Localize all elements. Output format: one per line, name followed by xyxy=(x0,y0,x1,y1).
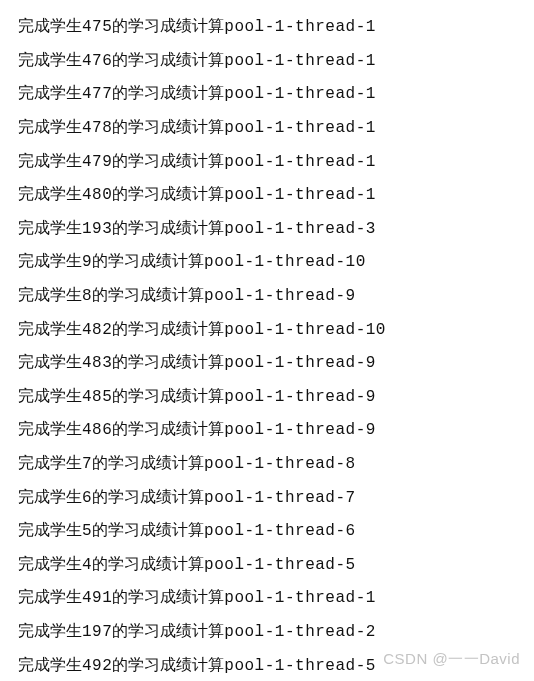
pool-prefix: pool-1-thread- xyxy=(204,253,345,271)
thread-id: 5 xyxy=(346,556,356,574)
log-line: 完成学生480的学习成绩计算pool-1-thread-1 xyxy=(18,178,516,212)
student-id: 483 xyxy=(82,354,112,372)
student-id: 478 xyxy=(82,119,112,137)
thread-id: 9 xyxy=(366,388,376,406)
log-middle: 的学习成绩计算 xyxy=(112,185,224,202)
thread-id: 7 xyxy=(346,489,356,507)
student-id: 480 xyxy=(82,186,112,204)
log-line: 完成学生477的学习成绩计算pool-1-thread-1 xyxy=(18,77,516,111)
log-middle: 的学习成绩计算 xyxy=(112,17,224,34)
student-id: 193 xyxy=(82,220,112,238)
log-prefix: 完成学生 xyxy=(18,118,82,135)
log-prefix: 完成学生 xyxy=(18,152,82,169)
student-id: 8 xyxy=(82,287,92,305)
pool-prefix: pool-1-thread- xyxy=(224,589,365,607)
log-line: 完成学生479的学习成绩计算pool-1-thread-1 xyxy=(18,144,516,178)
log-middle: 的学习成绩计算 xyxy=(112,51,224,68)
log-prefix: 完成学生 xyxy=(18,185,82,202)
thread-id: 9 xyxy=(366,421,376,439)
log-middle: 的学习成绩计算 xyxy=(92,488,204,505)
pool-prefix: pool-1-thread- xyxy=(204,455,345,473)
log-line: 完成学生482的学习成绩计算pool-1-thread-10 xyxy=(18,312,516,346)
log-middle: 的学习成绩计算 xyxy=(92,454,204,471)
thread-id: 10 xyxy=(366,321,386,339)
log-middle: 的学习成绩计算 xyxy=(92,286,204,303)
log-prefix: 完成学生 xyxy=(18,353,82,370)
pool-prefix: pool-1-thread- xyxy=(224,52,365,70)
log-line: 完成学生197的学习成绩计算pool-1-thread-2 xyxy=(18,615,516,649)
pool-prefix: pool-1-thread- xyxy=(224,388,365,406)
log-line: 完成学生485的学习成绩计算pool-1-thread-9 xyxy=(18,380,516,414)
log-middle: 的学习成绩计算 xyxy=(92,521,204,538)
log-prefix: 完成学生 xyxy=(18,219,82,236)
log-line: 完成学生5的学习成绩计算pool-1-thread-6 xyxy=(18,514,516,548)
console-output: 完成学生475的学习成绩计算pool-1-thread-1完成学生476的学习成… xyxy=(18,10,516,681)
student-id: 492 xyxy=(82,657,112,675)
thread-id: 1 xyxy=(366,85,376,103)
thread-id: 6 xyxy=(346,522,356,540)
pool-prefix: pool-1-thread- xyxy=(224,657,365,675)
log-middle: 的学习成绩计算 xyxy=(112,588,224,605)
log-prefix: 完成学生 xyxy=(18,521,82,538)
log-prefix: 完成学生 xyxy=(18,252,82,269)
log-prefix: 完成学生 xyxy=(18,588,82,605)
log-line: 完成学生4的学习成绩计算pool-1-thread-5 xyxy=(18,548,516,582)
log-middle: 的学习成绩计算 xyxy=(92,555,204,572)
log-prefix: 完成学生 xyxy=(18,320,82,337)
thread-id: 9 xyxy=(346,287,356,305)
log-prefix: 完成学生 xyxy=(18,51,82,68)
log-prefix: 完成学生 xyxy=(18,488,82,505)
student-id: 4 xyxy=(82,556,92,574)
pool-prefix: pool-1-thread- xyxy=(224,321,365,339)
student-id: 197 xyxy=(82,623,112,641)
pool-prefix: pool-1-thread- xyxy=(204,287,345,305)
pool-prefix: pool-1-thread- xyxy=(204,556,345,574)
log-line: 完成学生193的学习成绩计算pool-1-thread-3 xyxy=(18,212,516,246)
log-line: 完成学生8的学习成绩计算pool-1-thread-9 xyxy=(18,279,516,313)
student-id: 486 xyxy=(82,421,112,439)
log-middle: 的学习成绩计算 xyxy=(112,84,224,101)
log-middle: 的学习成绩计算 xyxy=(112,320,224,337)
pool-prefix: pool-1-thread- xyxy=(224,354,365,372)
thread-id: 1 xyxy=(366,119,376,137)
pool-prefix: pool-1-thread- xyxy=(204,522,345,540)
log-prefix: 完成学生 xyxy=(18,387,82,404)
student-id: 475 xyxy=(82,18,112,36)
pool-prefix: pool-1-thread- xyxy=(224,186,365,204)
log-middle: 的学习成绩计算 xyxy=(112,353,224,370)
log-middle: 的学习成绩计算 xyxy=(92,252,204,269)
log-prefix: 完成学生 xyxy=(18,420,82,437)
pool-prefix: pool-1-thread- xyxy=(224,153,365,171)
student-id: 479 xyxy=(82,153,112,171)
pool-prefix: pool-1-thread- xyxy=(224,18,365,36)
student-id: 6 xyxy=(82,489,92,507)
thread-id: 3 xyxy=(366,220,376,238)
log-line: 完成学生478的学习成绩计算pool-1-thread-1 xyxy=(18,111,516,145)
thread-id: 1 xyxy=(366,52,376,70)
student-id: 491 xyxy=(82,589,112,607)
student-id: 476 xyxy=(82,52,112,70)
pool-prefix: pool-1-thread- xyxy=(224,119,365,137)
log-prefix: 完成学生 xyxy=(18,454,82,471)
log-line: 完成学生9的学习成绩计算pool-1-thread-10 xyxy=(18,245,516,279)
student-id: 482 xyxy=(82,321,112,339)
thread-id: 1 xyxy=(366,153,376,171)
thread-id: 10 xyxy=(346,253,366,271)
log-prefix: 完成学生 xyxy=(18,656,82,673)
log-line: 完成学生7的学习成绩计算pool-1-thread-8 xyxy=(18,447,516,481)
thread-id: 5 xyxy=(366,657,376,675)
pool-prefix: pool-1-thread- xyxy=(224,85,365,103)
thread-id: 8 xyxy=(346,455,356,473)
student-id: 7 xyxy=(82,455,92,473)
log-line: 完成学生483的学习成绩计算pool-1-thread-9 xyxy=(18,346,516,380)
log-middle: 的学习成绩计算 xyxy=(112,656,224,673)
pool-prefix: pool-1-thread- xyxy=(224,421,365,439)
log-prefix: 完成学生 xyxy=(18,622,82,639)
pool-prefix: pool-1-thread- xyxy=(224,220,365,238)
pool-prefix: pool-1-thread- xyxy=(224,623,365,641)
student-id: 9 xyxy=(82,253,92,271)
log-line: 完成学生475的学习成绩计算pool-1-thread-1 xyxy=(18,10,516,44)
log-line: 完成学生491的学习成绩计算pool-1-thread-1 xyxy=(18,581,516,615)
log-prefix: 完成学生 xyxy=(18,17,82,34)
log-line: 完成学生476的学习成绩计算pool-1-thread-1 xyxy=(18,44,516,78)
